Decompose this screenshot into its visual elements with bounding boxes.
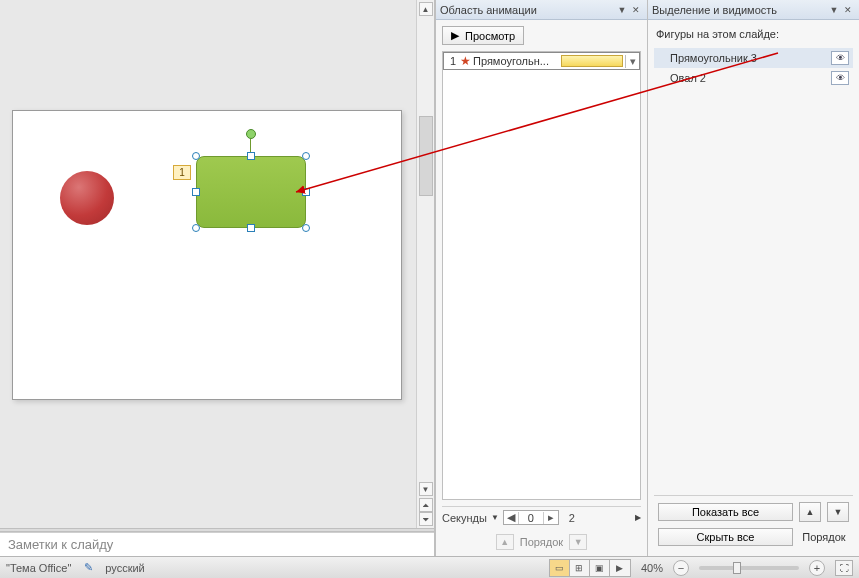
- reorder-label: Порядок: [799, 531, 849, 543]
- show-all-button[interactable]: Показать все: [658, 503, 793, 521]
- scroll-down-icon[interactable]: ▼: [419, 482, 433, 496]
- timeline-controls: Секунды ▼ ◀ 0 ▸ 2 ▶: [442, 506, 641, 525]
- reorder-down-icon[interactable]: ▼: [827, 502, 849, 522]
- visibility-toggle-icon[interactable]: 👁: [831, 51, 849, 65]
- visibility-toggle-icon[interactable]: 👁: [831, 71, 849, 85]
- normal-view-icon[interactable]: ▭: [550, 560, 570, 576]
- animation-pane: Область анимации ▼ ✕ ▶ Просмотр 1 ★ Прям…: [435, 0, 647, 556]
- timeline-label: Секунды: [442, 512, 487, 524]
- shape-list-item[interactable]: Овал 2 👁: [654, 68, 853, 88]
- chevron-down-icon[interactable]: ▼: [491, 513, 499, 522]
- play-icon: ▶: [451, 29, 459, 42]
- language-label[interactable]: русский: [105, 562, 144, 574]
- timeline-stepper[interactable]: ◀ 0 ▸: [503, 510, 559, 525]
- shape-item-name: Прямоугольник 3: [670, 52, 827, 64]
- prev-slide-icon[interactable]: ⏶: [419, 498, 433, 512]
- next-slide-icon[interactable]: ⏷: [419, 512, 433, 526]
- animation-pane-title: Область анимации: [440, 4, 615, 16]
- selection-handle-sw[interactable]: [192, 224, 200, 232]
- effect-icon: ★: [458, 54, 473, 68]
- shapes-caption: Фигуры на этом слайде:: [654, 28, 853, 42]
- slideshow-view-icon[interactable]: ▶: [610, 560, 630, 576]
- timeline-end-icon[interactable]: ▶: [635, 513, 641, 522]
- pane-close-icon[interactable]: ✕: [841, 3, 855, 17]
- preview-button-label: Просмотр: [465, 30, 515, 42]
- animation-duration-bar[interactable]: [561, 55, 623, 67]
- hide-all-button[interactable]: Скрыть все: [658, 528, 793, 546]
- fit-window-icon[interactable]: ⛶: [835, 560, 853, 576]
- preview-button[interactable]: ▶ Просмотр: [442, 26, 524, 45]
- pane-menu-icon[interactable]: ▼: [615, 3, 629, 17]
- shapes-list: Прямоугольник 3 👁 Овал 2 👁: [654, 48, 853, 489]
- timeline-marker: 2: [569, 512, 575, 524]
- selection-handle-w[interactable]: [192, 188, 200, 196]
- reading-view-icon[interactable]: ▣: [590, 560, 610, 576]
- animation-item[interactable]: 1 ★ Прямоугольн... ▾: [443, 52, 640, 70]
- zoom-slider[interactable]: [699, 566, 799, 570]
- pane-menu-icon[interactable]: ▼: [827, 3, 841, 17]
- step-prev-icon[interactable]: ◀: [504, 511, 518, 524]
- timeline-current: 0: [518, 512, 544, 524]
- rotate-handle[interactable]: [246, 129, 256, 139]
- selection-pane-title: Выделение и видимость: [652, 4, 827, 16]
- theme-label[interactable]: "Тема Office": [6, 562, 71, 574]
- shape-rectangle[interactable]: [196, 156, 306, 228]
- scroll-up-icon[interactable]: ▲: [419, 2, 433, 16]
- selection-handle-ne[interactable]: [302, 152, 310, 160]
- reorder-up-icon[interactable]: ▲: [496, 534, 514, 550]
- selection-handle-n[interactable]: [247, 152, 255, 160]
- zoom-knob[interactable]: [733, 562, 741, 574]
- spellcheck-icon[interactable]: ✎: [81, 561, 95, 575]
- sorter-view-icon[interactable]: ⊞: [570, 560, 590, 576]
- shape-list-item[interactable]: Прямоугольник 3 👁: [654, 48, 853, 68]
- selection-handle-s[interactable]: [247, 224, 255, 232]
- view-switcher: ▭ ⊞ ▣ ▶: [549, 559, 631, 577]
- slide-scrollbar[interactable]: ▲ ▼ ⏶ ⏷: [416, 0, 434, 528]
- scroll-thumb[interactable]: [419, 116, 433, 196]
- zoom-out-icon[interactable]: −: [673, 560, 689, 576]
- selection-handle-e[interactable]: [302, 188, 310, 196]
- zoom-label[interactable]: 40%: [641, 562, 663, 574]
- slide-editor[interactable]: 1 ▲ ▼: [0, 0, 434, 528]
- animation-item-index: 1: [444, 55, 458, 67]
- animation-item-name: Прямоугольн...: [473, 55, 561, 67]
- step-next-icon[interactable]: ▸: [544, 511, 558, 524]
- shape-oval[interactable]: [60, 171, 114, 225]
- selection-pane: Выделение и видимость ▼ ✕ Фигуры на этом…: [647, 0, 859, 556]
- reorder-down-icon[interactable]: ▼: [569, 534, 587, 550]
- animation-tag[interactable]: 1: [173, 165, 191, 180]
- slide-canvas[interactable]: 1: [12, 110, 402, 400]
- pane-close-icon[interactable]: ✕: [629, 3, 643, 17]
- selection-handle-se[interactable]: [302, 224, 310, 232]
- animation-item-menu-icon[interactable]: ▾: [625, 55, 639, 68]
- notes-area[interactable]: Заметки к слайду: [0, 532, 434, 556]
- zoom-in-icon[interactable]: +: [809, 560, 825, 576]
- animation-list[interactable]: 1 ★ Прямоугольн... ▾: [442, 51, 641, 500]
- selection-handle-nw[interactable]: [192, 152, 200, 160]
- status-bar: "Тема Office" ✎ русский ▭ ⊞ ▣ ▶ 40% − + …: [0, 556, 859, 578]
- reorder-up-icon[interactable]: ▲: [799, 502, 821, 522]
- reorder-label: Порядок: [520, 536, 563, 548]
- shape-item-name: Овал 2: [670, 72, 827, 84]
